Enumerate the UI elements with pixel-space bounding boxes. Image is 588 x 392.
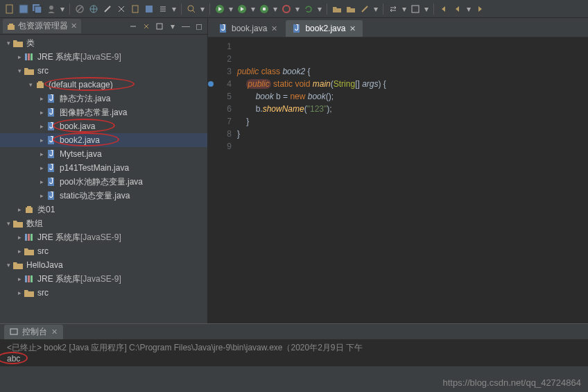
maximize-icon[interactable]: ◻ [193, 21, 205, 32]
project-tree[interactable]: ▾类▸JRE 系统库 [JavaSE-9]▾src▾(default packa… [0, 35, 207, 323]
close-icon[interactable]: ✕ [51, 327, 58, 336]
expand-icon[interactable]: ▸ [15, 289, 24, 296]
console-output[interactable]: <已终止> book2 [Java 应用程序] C:\Program Files… [0, 339, 588, 366]
run-ext-icon[interactable] [236, 3, 248, 15]
globe-icon[interactable] [88, 3, 99, 15]
expand-icon[interactable]: ▸ [37, 192, 46, 199]
expand-icon[interactable]: ▸ [37, 151, 46, 157]
dropdown-icon[interactable]: ▾ [401, 3, 407, 15]
expand-icon[interactable]: ▸ [37, 95, 46, 102]
tree-item[interactable]: ▸Jpool水池静态变量.java [0, 175, 207, 189]
dropdown-icon[interactable]: ▾ [250, 3, 256, 15]
brush-icon[interactable] [359, 3, 370, 15]
stop-icon[interactable] [281, 3, 292, 15]
forward-icon[interactable] [474, 3, 485, 15]
back-step-icon[interactable] [452, 3, 463, 15]
editor-tab[interactable]: Jbook.java✕ [212, 20, 284, 37]
save-icon[interactable] [18, 3, 29, 15]
tree-item[interactable]: ▸Jstatic动态变量.java [0, 189, 207, 203]
close-icon[interactable]: ✕ [71, 22, 77, 31]
code-editor[interactable]: 123456789 public class book2 { public st… [208, 37, 588, 323]
disable-icon[interactable] [74, 3, 85, 15]
editor-tab[interactable]: Jbook2.java✕ [286, 20, 363, 37]
expand-icon[interactable]: ▾ [26, 81, 35, 88]
tree-item[interactable]: ▸Jbook2.java [0, 133, 207, 147]
dropdown-icon[interactable]: ▾ [200, 3, 205, 15]
back-icon[interactable] [438, 3, 449, 15]
expand-icon[interactable]: ▾ [4, 40, 12, 46]
close-icon[interactable]: ✕ [349, 24, 356, 33]
expand-icon[interactable]: ▾ [4, 262, 12, 269]
tree-item[interactable]: ▸J图像静态常量.java [0, 105, 207, 119]
tree-item[interactable]: ▸J静态方法.java [0, 92, 207, 105]
expand-icon[interactable]: ▾ [4, 220, 12, 227]
tree-item[interactable]: ▸类01 [0, 203, 207, 216]
expand-icon[interactable]: ▸ [15, 234, 24, 241]
console-tab[interactable]: 控制台 ✕ [4, 325, 63, 339]
tree-item[interactable]: ▸JRE 系统库 [JavaSE-9] [0, 50, 207, 64]
svg-rect-20 [157, 24, 162, 29]
list-icon[interactable] [157, 3, 168, 15]
tree-label: JRE 系统库 [37, 273, 80, 285]
wand-icon[interactable] [102, 3, 113, 15]
tree-item[interactable]: ▾(default package) [0, 78, 207, 92]
dropdown-icon[interactable]: ▾ [295, 3, 300, 15]
dropdown-icon[interactable]: ▾ [424, 3, 429, 15]
expand-icon[interactable]: ▸ [37, 123, 46, 130]
tree-item[interactable]: ▾类 [0, 36, 207, 50]
svg-rect-43 [27, 206, 31, 208]
java-file-icon: J [219, 24, 227, 33]
expand-icon[interactable]: ▾ [15, 67, 24, 74]
filter-icon[interactable] [154, 21, 165, 32]
tree-item[interactable]: ▾src [0, 64, 207, 78]
swap-icon[interactable] [388, 3, 399, 15]
breakpoint-icon[interactable] [208, 81, 214, 87]
expand-icon[interactable]: ▸ [37, 178, 46, 185]
expand-icon[interactable]: ▸ [37, 164, 46, 171]
cut-icon[interactable] [116, 3, 127, 15]
tree-item[interactable]: ▸JRE 系统库 [JavaSE-9] [0, 272, 207, 286]
tree-item[interactable]: ▸JRE 系统库 [JavaSE-9] [0, 230, 207, 244]
run-icon[interactable] [214, 3, 225, 15]
panel-title-tab[interactable]: 包资源管理器 ✕ [3, 19, 81, 33]
close-icon[interactable]: ✕ [271, 24, 277, 33]
code-text[interactable]: public class book2 { public static void … [237, 40, 588, 323]
dropdown-icon[interactable]: ▾ [167, 21, 178, 32]
link-icon[interactable] [141, 21, 152, 32]
dropdown-icon[interactable]: ▾ [228, 3, 234, 15]
collapse-icon[interactable] [128, 21, 139, 32]
dropdown-icon[interactable]: ▾ [171, 3, 177, 15]
new-icon[interactable] [4, 3, 15, 15]
java-icon: J [46, 163, 57, 173]
folder-open-icon[interactable] [331, 3, 343, 15]
expand-icon[interactable]: ▸ [15, 275, 24, 282]
tree-item[interactable]: ▾数组 [0, 216, 207, 230]
folder-icon [24, 246, 35, 256]
tree-item[interactable]: ▾HelloJava [0, 258, 207, 272]
expand-icon[interactable]: ▸ [15, 53, 24, 60]
expand-icon[interactable]: ▸ [37, 137, 46, 144]
saveall-icon[interactable] [32, 3, 43, 15]
folder-new-icon[interactable] [345, 3, 356, 15]
dropdown-icon[interactable]: ▾ [273, 3, 278, 15]
tree-item[interactable]: ▸JMytset.java [0, 147, 207, 161]
clip-icon[interactable] [130, 3, 141, 15]
tree-item[interactable]: ▸Jp141TestMain.java [0, 161, 207, 175]
minimize-icon[interactable]: — [180, 21, 191, 32]
book-icon[interactable] [144, 3, 155, 15]
profile-icon[interactable] [46, 3, 57, 15]
dropdown-icon[interactable]: ▾ [60, 3, 65, 15]
tree-item[interactable]: ▸src [0, 244, 207, 258]
dropdown-icon[interactable]: ▾ [317, 3, 322, 15]
refresh-icon[interactable] [303, 3, 314, 15]
dropdown-icon[interactable]: ▾ [466, 3, 472, 15]
expand-icon[interactable]: ▸ [15, 206, 24, 213]
debug-icon[interactable] [259, 3, 270, 15]
tree-item[interactable]: ▸src [0, 286, 207, 300]
search-icon[interactable] [186, 3, 197, 15]
dropdown-icon[interactable]: ▾ [373, 3, 379, 15]
tree-item[interactable]: ▸Jbook.java [0, 119, 207, 133]
window-icon[interactable] [410, 3, 421, 15]
expand-icon[interactable]: ▸ [37, 109, 46, 116]
expand-icon[interactable]: ▸ [15, 248, 24, 255]
